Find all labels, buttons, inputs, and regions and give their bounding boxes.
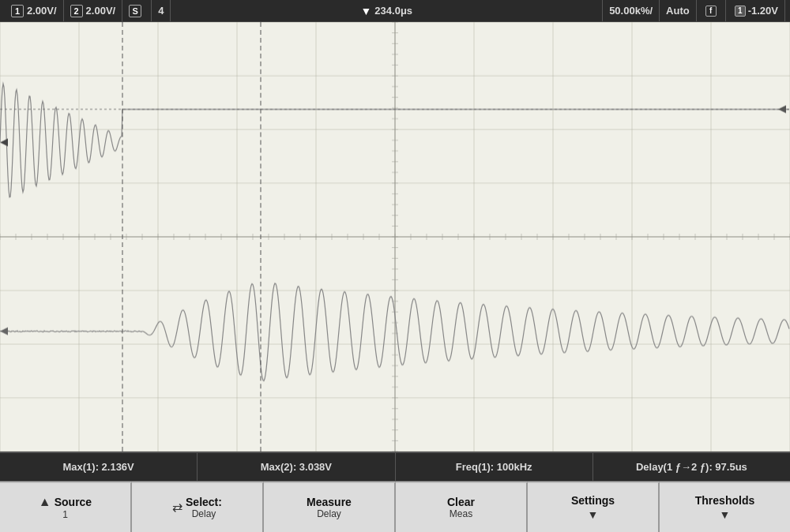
clear-meas-button[interactable]: Clear Meas: [396, 481, 528, 532]
measure-delay-button[interactable]: Measure Delay: [264, 481, 396, 532]
ch2-indicator: 2 2.00V/: [64, 0, 123, 21]
ch-s-indicator: S: [122, 0, 152, 21]
trigger-level: -1.20V: [748, 5, 778, 17]
ch4-indicator: 4: [152, 0, 171, 21]
trigger-f-indicator: f: [697, 0, 726, 21]
settings-button[interactable]: Settings ▼: [528, 481, 660, 532]
source-button[interactable]: ▲ Source 1: [0, 481, 132, 532]
timebase-value: 234.0μs: [374, 5, 412, 17]
trigger-ch-indicator: 1 -1.20V: [726, 0, 785, 21]
trigger-arrow-icon: ▼: [360, 5, 371, 17]
oscilloscope-screen: [0, 22, 790, 453]
timebase-indicator: ▼ 234.0μs: [171, 0, 603, 21]
top-status-bar: 1 2.00V/ 2 2.00V/ S 4 ▼ 234.0μs 50.00k%/…: [0, 0, 790, 22]
button-bar: ▲ Source 1 ⇄ Select: Delay Measure Delay…: [0, 481, 790, 532]
ch2-scale: 2.00V/: [86, 5, 116, 17]
freq1-measurement: Freq(1): 100kHz: [396, 453, 593, 481]
select-delay-button[interactable]: ⇄ Select: Delay: [132, 481, 264, 532]
waveform-canvas: [0, 22, 790, 451]
ch2-number: 2: [70, 5, 83, 17]
thresholds-button[interactable]: Thresholds ▼: [660, 481, 790, 532]
ch1-number: 1: [11, 5, 24, 17]
measurement-bar: Max(1): 2.136V Max(2): 3.038V Freq(1): 1…: [0, 453, 790, 481]
trigger-ch-num: 1: [735, 6, 746, 17]
thresholds-arrow-icon: ▼: [720, 508, 731, 521]
mode-indicator: Auto: [660, 0, 697, 21]
delay-measurement: Delay(1 ƒ→2 ƒ): 97.5us: [593, 453, 790, 481]
ch1-scale: 2.00V/: [27, 5, 57, 17]
ch1-indicator: 1 2.00V/: [5, 0, 64, 21]
mode-value: Auto: [666, 5, 690, 17]
samplerate-value: 50.00k%/: [609, 5, 653, 17]
f-icon: f: [705, 6, 717, 17]
max2-measurement: Max(2): 3.038V: [198, 453, 395, 481]
s-box: S: [129, 5, 141, 17]
max1-measurement: Max(1): 2.136V: [0, 453, 198, 481]
settings-arrow-icon: ▼: [588, 508, 599, 521]
select-cycle-icon: ⇄: [172, 500, 182, 515]
source-up-icon: ▲: [39, 495, 51, 509]
samplerate-indicator: 50.00k%/: [603, 0, 660, 21]
ch4-label: 4: [158, 5, 164, 17]
